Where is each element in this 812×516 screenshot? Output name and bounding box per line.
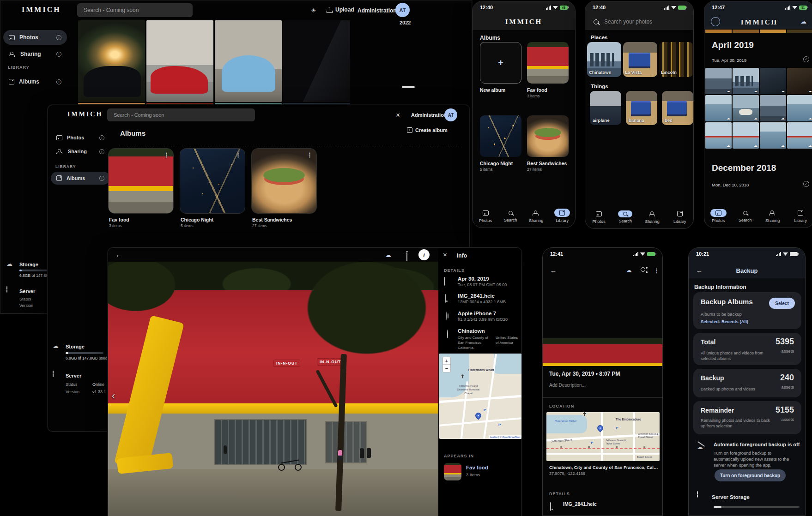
album-card-best-sandwiches[interactable] <box>251 148 317 214</box>
zoom-in-button[interactable]: + <box>443 357 450 365</box>
sidebar-item-sharing[interactable]: Sharing <box>51 145 110 158</box>
zoom-out-button[interactable]: − <box>443 365 450 372</box>
select-day-icon[interactable] <box>803 181 809 187</box>
search-placeholder: Search your photos <box>604 18 652 25</box>
sidebar-item-albums[interactable]: Albums <box>51 172 110 185</box>
nav-photos[interactable]: Photos <box>710 209 727 223</box>
info-icon[interactable] <box>56 52 61 57</box>
album-name[interactable]: Fav food <box>109 217 129 222</box>
photo-tile[interactable] <box>146 20 213 102</box>
nav-photos[interactable]: Photos <box>591 210 607 224</box>
photo-tile[interactable] <box>787 68 812 94</box>
nav-search[interactable]: Search <box>503 210 518 222</box>
photo-tile[interactable] <box>78 20 145 102</box>
select-day-icon[interactable] <box>803 56 809 62</box>
photo-tile[interactable] <box>760 68 786 94</box>
sidebar-item-photos[interactable]: Photos <box>51 131 110 144</box>
administration-link[interactable]: Administration <box>358 7 397 14</box>
cloud-status-icon[interactable] <box>385 251 391 259</box>
sidebar-item-albums[interactable]: Albums <box>3 74 67 89</box>
photo-tile[interactable] <box>705 122 732 149</box>
nav-library[interactable]: Library <box>554 209 570 223</box>
timeline-scrubber[interactable] <box>402 86 415 88</box>
map-attribution[interactable]: Leaflet | © OpenStreetMap <box>489 435 521 439</box>
info-button-active[interactable]: i <box>418 249 430 260</box>
description-field[interactable]: Add Description... <box>549 383 586 388</box>
new-album-card[interactable]: + <box>480 42 521 84</box>
close-icon[interactable] <box>443 251 447 259</box>
sharing-icon <box>769 210 776 216</box>
detail-date[interactable]: Apr 30, 2019 <box>458 276 489 282</box>
info-icon[interactable] <box>99 176 104 181</box>
detail-location[interactable]: Chinatown <box>458 328 485 334</box>
photo-tile[interactable] <box>733 122 759 149</box>
info-icon[interactable] <box>99 135 104 140</box>
share-icon[interactable] <box>641 267 645 272</box>
appears-album-thumb[interactable] <box>444 463 461 480</box>
cloud-upload-icon[interactable] <box>800 17 806 25</box>
appears-album-name[interactable]: Fav food <box>466 465 488 470</box>
trash-icon[interactable] <box>406 252 407 261</box>
photo-tile[interactable] <box>705 95 732 121</box>
photo-preview[interactable] <box>543 338 662 366</box>
prev-photo-arrow[interactable]: ‹ <box>112 390 115 402</box>
upload-button[interactable]: Upload <box>327 6 354 13</box>
photo-tile[interactable] <box>760 122 786 149</box>
photo-tile[interactable] <box>283 20 350 102</box>
back-icon[interactable] <box>550 266 557 275</box>
turn-on-backup-button[interactable]: Turn on foreground backup <box>715 469 786 481</box>
avatar[interactable]: AT <box>444 108 457 121</box>
nav-sharing[interactable]: Sharing <box>527 209 545 223</box>
back-icon[interactable] <box>115 251 122 259</box>
album-card-fav-food[interactable] <box>108 148 174 214</box>
nav-sharing[interactable]: Sharing <box>764 209 781 223</box>
nav-search[interactable]: Search <box>738 210 752 222</box>
sidebar-item-sharing[interactable]: Sharing <box>3 47 67 61</box>
nav-search[interactable]: Search <box>618 210 632 223</box>
viewer-photo[interactable]: IN-N-OUT IN-N-OUT ‹ <box>108 262 438 516</box>
map-zoom-controls[interactable]: +− <box>442 357 451 372</box>
photo-tile[interactable] <box>733 68 759 94</box>
select-button[interactable]: Select <box>769 298 795 309</box>
cloud-upload-icon[interactable] <box>626 266 632 274</box>
search-input[interactable]: Search - Coming soon <box>77 3 193 17</box>
album-card-chicago-night[interactable] <box>480 115 521 157</box>
avatar[interactable]: AT <box>395 3 410 17</box>
photo-tile[interactable] <box>705 68 732 94</box>
location-map[interactable]: ×× ×× ✝ The Embarcadero Hyde Street Harb… <box>546 412 660 461</box>
sidebar-item-photos[interactable]: Photos <box>3 30 67 45</box>
album-card-chicago-night[interactable] <box>180 148 245 214</box>
status-bar: 12:40 68 <box>473 1 575 13</box>
album-card-fav-food[interactable] <box>527 42 569 84</box>
album-name[interactable]: Best Sandwiches <box>252 217 292 222</box>
info-icon[interactable] <box>56 35 61 40</box>
photo-tile[interactable] <box>733 95 759 121</box>
album-menu-icon[interactable] <box>164 151 170 158</box>
info-icon[interactable] <box>56 79 61 84</box>
info-icon[interactable] <box>99 149 104 154</box>
administration-link[interactable]: Administration <box>411 112 447 118</box>
album-menu-icon[interactable] <box>235 151 241 158</box>
album-name[interactable]: Chicago Night <box>181 217 213 222</box>
theme-toggle-icon[interactable] <box>311 6 316 14</box>
photo-tile[interactable] <box>760 95 786 121</box>
photo-tile[interactable] <box>787 95 812 121</box>
nav-photos[interactable]: Photos <box>478 209 494 223</box>
theme-toggle-icon[interactable] <box>395 111 401 119</box>
create-album-button[interactable]: + Create album <box>407 127 448 133</box>
nav-sharing[interactable]: Sharing <box>644 210 661 224</box>
storage-cloud-icon <box>53 342 59 350</box>
photo-tile[interactable] <box>787 122 812 149</box>
status-bar: 10:21 <box>689 248 805 260</box>
more-menu-icon[interactable] <box>654 266 660 275</box>
search-input[interactable]: Search your photos <box>590 15 689 28</box>
location-map[interactable]: Fishermans Wharf Fishermen's and Seamen'… <box>439 354 521 439</box>
album-card-best-sandwiches[interactable] <box>527 115 569 157</box>
search-icon <box>509 211 513 215</box>
album-menu-icon[interactable] <box>307 151 313 158</box>
mobile-photo-detail-screen: 12:41 Tue, Apr 30, 2019 • 8:07 PM Add De… <box>542 247 663 516</box>
nav-library[interactable]: Library <box>793 209 808 223</box>
nav-library[interactable]: Library <box>672 210 688 224</box>
search-input[interactable]: Search - Coming soon <box>107 108 255 121</box>
photo-tile[interactable] <box>215 20 282 102</box>
